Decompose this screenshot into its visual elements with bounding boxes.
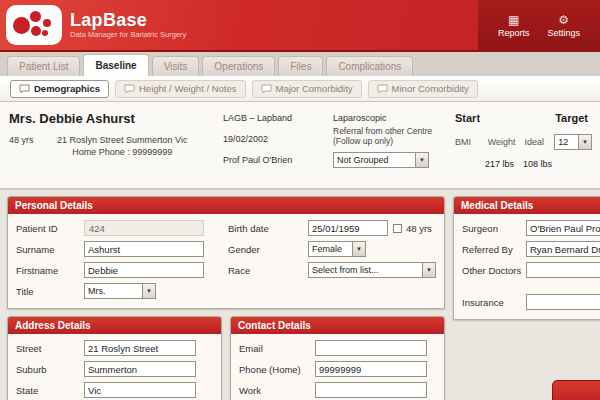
operation-summary: LAGB – Lapband 19/02/2002 Prof Paul O'Br… bbox=[223, 111, 333, 184]
speech-bubble-icon bbox=[377, 84, 388, 94]
surgeon-label: Surgeon bbox=[462, 223, 526, 234]
chevron-down-icon: ▼ bbox=[578, 135, 591, 149]
start-label: Start bbox=[455, 112, 480, 124]
personal-details-header: Personal Details bbox=[8, 197, 444, 214]
app-header: LapBase Data Manager for Bariatric Surge… bbox=[0, 0, 600, 52]
patient-address: 21 Roslyn Street Summerton Vic bbox=[57, 135, 187, 145]
work-label: Work bbox=[239, 385, 315, 396]
state-label: State bbox=[16, 385, 84, 396]
medical-details-header: Medical Details bbox=[454, 197, 600, 214]
surname-input[interactable] bbox=[84, 241, 204, 257]
street-input[interactable] bbox=[84, 340, 196, 356]
target-dropdown-value: 12 bbox=[555, 137, 578, 147]
insurance-label: Insurance bbox=[462, 297, 526, 308]
tab-patient-list[interactable]: Patient List bbox=[7, 56, 80, 76]
surgeon-input[interactable] bbox=[526, 220, 600, 236]
patient-age: 48 yrs bbox=[9, 135, 57, 159]
chevron-down-icon: ▼ bbox=[352, 242, 365, 256]
tab-files[interactable]: Files bbox=[278, 56, 323, 76]
subtab-label: Minor Comorbidity bbox=[392, 83, 469, 94]
medical-details-panel: Medical Details Surgeon Referred By Othe… bbox=[453, 196, 600, 320]
suburb-label: Suburb bbox=[16, 364, 84, 375]
other-doctors-label: Other Doctors bbox=[462, 265, 526, 276]
main-tab-bar: Patient List Baseline Visits Operations … bbox=[0, 52, 600, 76]
tab-operations[interactable]: Operations bbox=[202, 56, 275, 76]
speech-bubble-icon bbox=[261, 84, 272, 94]
subtab-demographics[interactable]: Demographics bbox=[10, 80, 109, 98]
personal-details-panel: Personal Details Patient ID 424 Surname … bbox=[7, 196, 445, 309]
operation-type: LAGB – Lapband bbox=[223, 113, 333, 123]
reports-label: Reports bbox=[498, 28, 530, 38]
contact-details-panel: Contact Details Email Phone (Home) Work bbox=[230, 316, 445, 400]
start-weight-value: 217 lbs bbox=[485, 159, 523, 169]
suburb-input[interactable] bbox=[84, 361, 196, 377]
bmi-label: BMI bbox=[455, 137, 488, 147]
referral-summary: Laparoscopic Referral from other Centre … bbox=[333, 111, 451, 184]
referred-by-label: Referred By bbox=[462, 244, 526, 255]
speech-bubble-icon bbox=[124, 84, 135, 94]
weight-label: Weight bbox=[488, 137, 525, 147]
tab-complications[interactable]: Complications bbox=[326, 56, 413, 76]
phone-home-label: Phone (Home) bbox=[239, 364, 315, 375]
settings-button[interactable]: ⚙ Settings bbox=[547, 14, 580, 38]
tab-baseline[interactable]: Baseline bbox=[83, 54, 148, 76]
reports-button[interactable]: ▦ Reports bbox=[498, 14, 530, 38]
phone-home-input[interactable] bbox=[315, 361, 427, 377]
gender-dropdown[interactable]: Female ▼ bbox=[308, 241, 366, 257]
subtab-label: Demographics bbox=[34, 83, 100, 94]
street-label: Street bbox=[16, 343, 84, 354]
group-dropdown[interactable]: Not Grouped ▼ bbox=[333, 152, 429, 168]
operation-date: 19/02/2002 bbox=[223, 134, 333, 144]
settings-label: Settings bbox=[547, 28, 580, 38]
approach: Laparoscopic bbox=[333, 113, 451, 123]
header-actions: ▦ Reports ⚙ Settings bbox=[478, 0, 600, 52]
title-dropdown[interactable]: Mrs. ▼ bbox=[84, 283, 156, 299]
gear-icon: ⚙ bbox=[558, 14, 569, 26]
ideal-weight-value: 108 lbs bbox=[523, 159, 552, 169]
title-label: Title bbox=[16, 286, 84, 297]
gender-label: Gender bbox=[228, 244, 308, 255]
target-dropdown[interactable]: 12 ▼ bbox=[554, 134, 592, 150]
email-input[interactable] bbox=[315, 340, 427, 356]
patient-summary-bar: Mrs. Debbie Ashurst 48 yrs 21 Roslyn Str… bbox=[0, 102, 600, 190]
patient-identity: Mrs. Debbie Ashurst 48 yrs 21 Roslyn Str… bbox=[9, 111, 223, 184]
work-phone-input[interactable] bbox=[315, 382, 427, 398]
tab-visits[interactable]: Visits bbox=[152, 56, 200, 76]
birth-date-input[interactable] bbox=[308, 220, 388, 236]
subtab-height-weight-notes[interactable]: Height / Weight / Notes bbox=[115, 80, 246, 98]
insurance-input[interactable] bbox=[526, 294, 600, 310]
app-title: LapBase bbox=[70, 11, 186, 30]
report-icon: ▦ bbox=[508, 14, 519, 26]
patient-id-label: Patient ID bbox=[16, 223, 84, 234]
subtab-label: Major Comorbidity bbox=[276, 83, 353, 94]
birth-date-label: Birth date bbox=[228, 223, 308, 234]
birthdate-checkbox[interactable] bbox=[393, 224, 402, 233]
race-dropdown[interactable]: Select from list... ▼ bbox=[308, 262, 436, 278]
app-subtitle: Data Manager for Bariatric Surgery bbox=[70, 30, 186, 39]
corner-action-button[interactable] bbox=[552, 380, 600, 400]
target-label: Target bbox=[555, 112, 588, 124]
surname-label: Surname bbox=[16, 244, 84, 255]
sub-tab-bar: Demographics Height / Weight / Notes Maj… bbox=[0, 76, 600, 102]
chevron-down-icon: ▼ bbox=[142, 284, 155, 298]
content-area: Personal Details Patient ID 424 Surname … bbox=[0, 190, 600, 400]
operation-surgeon: Prof Paul O'Brien bbox=[223, 155, 333, 165]
ideal-label: Ideal bbox=[524, 137, 554, 147]
referred-by-input[interactable] bbox=[526, 241, 600, 257]
metrics-summary: Start Target BMI Weight Ideal 12 ▼ 217 l… bbox=[451, 111, 596, 184]
firstname-input[interactable] bbox=[84, 262, 204, 278]
patient-home-phone: Home Phone : 99999999 bbox=[57, 147, 187, 157]
gender-dropdown-value: Female bbox=[309, 244, 352, 254]
patient-id-value: 424 bbox=[84, 220, 204, 236]
referral-source: Referral from other Centre (Follow up on… bbox=[333, 126, 451, 146]
subtab-major-comorbidity[interactable]: Major Comorbidity bbox=[252, 80, 362, 98]
other-doctors-input[interactable] bbox=[526, 262, 600, 278]
patient-address-block: 21 Roslyn Street Summerton Vic Home Phon… bbox=[57, 135, 187, 159]
contact-details-header: Contact Details bbox=[231, 317, 444, 334]
state-input[interactable] bbox=[84, 382, 196, 398]
app-title-block: LapBase Data Manager for Bariatric Surge… bbox=[70, 11, 186, 39]
chevron-down-icon: ▼ bbox=[422, 263, 435, 277]
subtab-minor-comorbidity[interactable]: Minor Comorbidity bbox=[368, 80, 478, 98]
lapbase-app: LapBase Data Manager for Bariatric Surge… bbox=[0, 0, 600, 400]
subtab-label: Height / Weight / Notes bbox=[139, 83, 237, 94]
